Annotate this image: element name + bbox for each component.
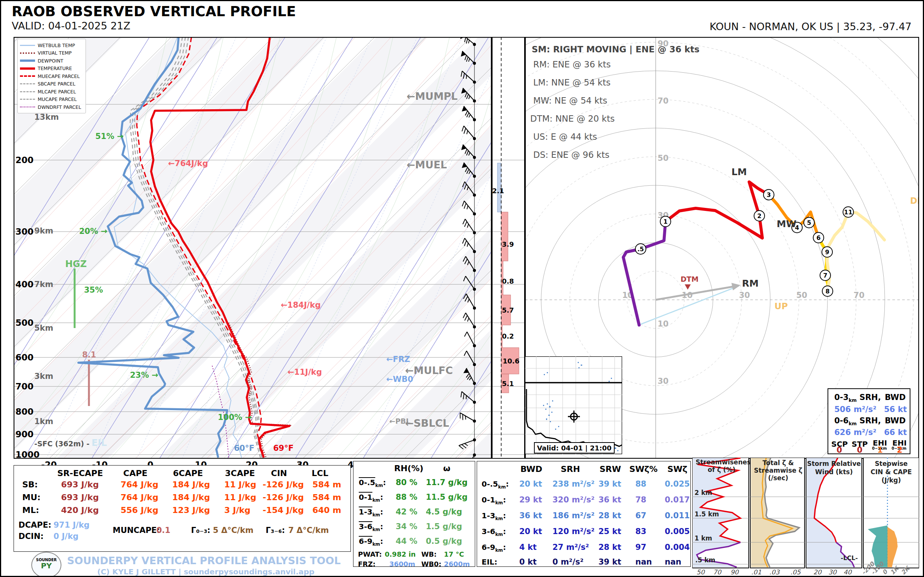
moisture-table: RH(%) ω 0-.5km: 80 % 11.7 g/kg 0-1km: 88… [353, 461, 475, 567]
row-label: SB: [22, 480, 38, 489]
dwndrft-legend-sample [20, 106, 35, 107]
swzpct-value: nan [635, 558, 652, 566]
col-header: 6CAPE [173, 469, 203, 478]
pressure-label: 900 [15, 429, 34, 439]
bwd-0-6-value: 66 kt [884, 428, 907, 437]
layer-label: 0-1 [481, 495, 495, 504]
srh-inset-box: 0-3km SRH, BWD 506 m²/s² 56 kt 0-6km SRH… [827, 388, 910, 454]
stp-value: 0 [857, 446, 863, 455]
logo: SOUNDER PY [31, 552, 61, 577]
cape3-mu: 11 J/kg [224, 493, 256, 502]
km-sub: km [495, 516, 503, 521]
ehi-0-1-value: 1 [877, 446, 883, 455]
svg-text:.5 km: .5 km [695, 556, 715, 564]
dtm-label: DTM [680, 275, 699, 283]
valid-timestamp: VALID: 04-01-2025 21Z [12, 20, 130, 32]
lcl-mu: 584 m [312, 493, 341, 502]
svg-text:2 km: 2 km [695, 489, 712, 496]
layer-label: 6-9 [359, 537, 372, 546]
us-info: US: E @ 44 kts [533, 132, 597, 142]
srh-title: SRH, [856, 416, 881, 425]
svg-text:40: 40 [843, 568, 852, 576]
km-sub: km [495, 548, 503, 553]
swzpct-value: 97 [635, 543, 646, 552]
legend-label: WETBULB TEMP [38, 43, 75, 48]
rh-value: 44 % [396, 537, 418, 546]
logo-py: PY [41, 561, 52, 570]
wb-label: WB: [421, 550, 437, 558]
bwd-header: BWD [520, 464, 542, 474]
bwd-0-3-value: 56 kt [884, 405, 907, 414]
muel-label: ←MUEL [407, 159, 447, 171]
srw-value: 25 kt [598, 527, 621, 536]
layer-label: 6-9 [481, 543, 495, 552]
svg-text:30: 30 [828, 568, 837, 576]
pwat-value: 0.982 in [385, 550, 416, 558]
legend-label: DEWPOINT [38, 58, 63, 64]
srh-value: 238 m²/s² [552, 479, 594, 488]
muncape-label: MUNCAPE: [113, 526, 160, 535]
svg-text:20: 20 [813, 568, 822, 576]
srh-0-3-value: 506 m²/s² [834, 405, 877, 414]
svg-text:CIN & CAPE: CIN & CAPE [871, 468, 911, 476]
swz-value: 0.017 [665, 495, 690, 504]
lapse36-value: 7 Δ°C/km [288, 526, 329, 535]
srw-panel: Storm RelativeWind (kts) -LCL- 203040 [806, 458, 862, 576]
wetbulb-legend-sample [20, 45, 35, 46]
rh-value: 80 % [396, 478, 418, 487]
srh-value: 120 m²/s² [552, 527, 594, 536]
svg-text:Streamwise ζ: Streamwise ζ [754, 467, 803, 474]
swzpct-header: SWζ% [629, 464, 657, 474]
map-valid-label: Valid: 04-01 | 21:00 [537, 444, 612, 452]
sbcape-legend-sample [20, 83, 35, 84]
eil-label: EIL: [481, 558, 498, 566]
layer-label: 1-3 [481, 511, 495, 520]
km-sub: km [495, 532, 503, 537]
omega-value: 11.5 g/kg [426, 493, 468, 502]
lm-label: LM [732, 166, 747, 177]
swz-header: SWζ [667, 464, 687, 474]
svg-text:50: 50 [657, 154, 669, 163]
layer-label: 0-1 [359, 493, 372, 502]
srw-value: 39 kt [598, 558, 621, 566]
svg-text:(/sec): (/sec) [768, 474, 788, 482]
srh-range-unit: km [849, 397, 857, 403]
lcl-marker-label: -LCL- [841, 554, 858, 562]
col-header: LCL [312, 469, 328, 478]
svg-text:11: 11 [844, 209, 852, 216]
svg-text:Storm Relative: Storm Relative [807, 460, 861, 467]
lcl-ml: 640 m [312, 505, 341, 515]
swzpct-value: 88 [635, 479, 646, 488]
sfc-elev-label: -SFC (362m) - [34, 440, 89, 448]
dcape-value: 971 J/kg [53, 521, 90, 530]
legend-label: MUCAPE PARCEL [38, 97, 77, 102]
frz-label: FRZ: [358, 560, 375, 568]
dgz-label: 8.1 [82, 350, 96, 359]
srh-0-6-value: 626 m²/s² [834, 428, 877, 437]
vorticity-panel: Total ζ &Streamwise ζ(/sec) .01.03.05 [750, 458, 804, 576]
row-label: ML: [22, 505, 39, 515]
svg-text:.03: .03 [769, 568, 780, 576]
layer-label: 0-.5 [359, 478, 375, 487]
km-sub: km [372, 542, 380, 547]
cape-mu: 764 J/kg [121, 493, 158, 502]
col-header: SR-ECAPE [57, 469, 103, 478]
svg-text:Wind (kts): Wind (kts) [815, 468, 853, 476]
mlcape-legend-sample [20, 91, 35, 92]
frz-label: ←FRZ [386, 355, 410, 364]
km-sub: km [495, 500, 503, 505]
footer-line1: SOUNDERPY VERTICAL PROFILE ANALYSIS TOOL [67, 555, 341, 566]
srw-value: 28 kt [598, 543, 621, 552]
row-label: MU: [22, 493, 41, 502]
layer-bars-strip: 2.1 3.9 0.8 5.7 0.2 10.6 5.1 [492, 37, 525, 459]
svg-text:(J/kg): (J/kg) [881, 476, 901, 484]
muecape-legend-sample [20, 75, 35, 77]
rh35-label: 35% [84, 285, 103, 295]
sfc-temp-label: 69°F [273, 444, 294, 453]
legend-label: SBCAPE PARCEL [38, 81, 75, 87]
rm-label: RM [742, 278, 759, 289]
svg-text:Streamwiseness: Streamwiseness [696, 458, 755, 466]
svg-text:Total ζ &: Total ζ & [762, 459, 794, 467]
bwd-value: 4 kt [519, 543, 536, 552]
svg-text:70: 70 [657, 97, 669, 105]
